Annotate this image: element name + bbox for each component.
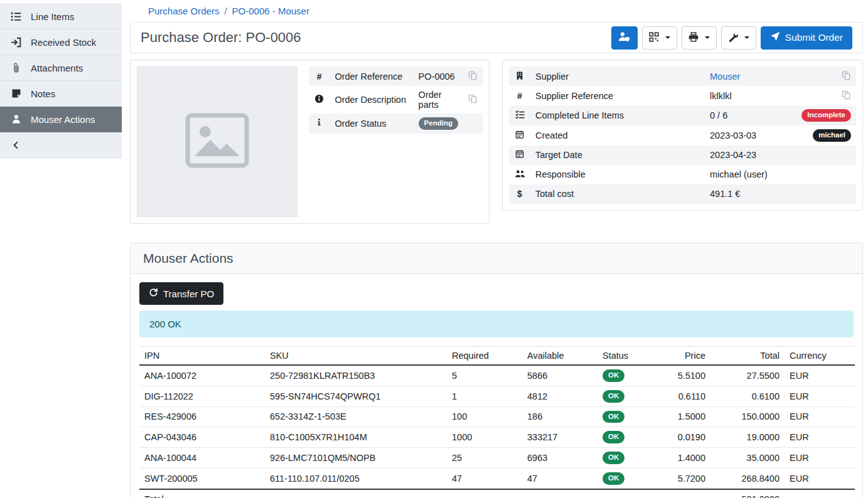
admin-button[interactable] xyxy=(611,26,638,50)
detail-row-responsible: Responsible michael (user) xyxy=(509,165,856,184)
receive-stock-icon xyxy=(10,37,22,48)
submit-order-label: Submit Order xyxy=(785,32,843,43)
order-image-placeholder[interactable] xyxy=(137,66,297,217)
cell-total: 0.6100 xyxy=(710,386,785,406)
line-item-row: ANA-100072 250-72981KLRATR150B3 5 5866 O… xyxy=(139,365,855,386)
detail-label: Responsible xyxy=(530,165,705,184)
info-circle-icon xyxy=(314,95,324,105)
image-placeholder-icon xyxy=(185,112,250,172)
total-value: 501.0000 xyxy=(710,489,785,498)
supplier-reference-value: lklklkl xyxy=(705,86,796,105)
sidebar-collapse-button[interactable] xyxy=(0,132,122,158)
barcode-actions-button[interactable] xyxy=(642,26,677,50)
order-actions-button[interactable] xyxy=(721,26,756,50)
sidebar-item-label: Received Stock xyxy=(31,37,96,48)
copy-icon[interactable] xyxy=(842,90,851,100)
hash-icon: # xyxy=(317,72,322,82)
detail-label: Supplier Reference xyxy=(530,86,705,105)
cell-required: 1 xyxy=(447,386,522,406)
cell-ipn: ANA-100044 xyxy=(139,448,265,469)
detail-row-total-cost: $ Total cost 491.1 € xyxy=(509,184,856,204)
transfer-po-button[interactable]: Transfer PO xyxy=(139,282,223,305)
col-header-available: Available xyxy=(522,347,597,366)
line-items-table: IPN SKU Required Available Status Price … xyxy=(139,346,855,498)
header-actions: Submit Order xyxy=(611,26,852,50)
cell-currency: EUR xyxy=(785,386,855,406)
status-ok-badge: OK xyxy=(603,452,624,464)
detail-row-target-date: Target Date 2023-04-23 xyxy=(509,146,856,165)
col-header-ipn: IPN xyxy=(139,347,265,366)
print-actions-button[interactable] xyxy=(682,26,717,50)
detail-label: Target Date xyxy=(530,146,705,165)
cell-sku: 595-SN74HCS74QPWRQ1 xyxy=(265,386,447,406)
detail-label: Supplier xyxy=(530,66,705,86)
copy-icon[interactable] xyxy=(842,71,851,80)
detail-label: Total cost xyxy=(530,184,705,204)
detail-row-order-reference: # Order Reference PO-0006 xyxy=(309,66,483,86)
detail-label: Order Description xyxy=(330,86,413,114)
breadcrumb-link-purchase-orders[interactable]: Purchase Orders xyxy=(148,6,219,16)
cell-available: 5866 xyxy=(522,365,597,386)
detail-row-completed-line-items: Completed Line Items 0 / 6 Incomplete xyxy=(509,105,856,125)
copy-icon[interactable] xyxy=(468,71,478,80)
col-header-currency: Currency xyxy=(785,347,855,366)
sidebar-item-notes[interactable]: Notes xyxy=(0,81,122,107)
table-total-row: Total 501.0000 xyxy=(139,489,855,498)
mouser-actions-panel: Mouser Actions Transfer PO 200 OK xyxy=(130,243,863,498)
refresh-icon xyxy=(149,288,158,299)
sidebar-item-label: Notes xyxy=(31,88,55,99)
cell-required: 25 xyxy=(447,448,522,469)
cell-total: 35.0000 xyxy=(710,448,785,469)
detail-row-order-description: Order Description Order parts xyxy=(309,86,483,114)
detail-row-supplier: Supplier Mouser xyxy=(509,66,856,86)
status-ok-badge: OK xyxy=(603,369,624,382)
calendar-icon xyxy=(515,151,524,161)
cell-sku: 810-C1005X7R1H104M xyxy=(265,427,447,448)
page-title: Purchase Order: PO-0006 xyxy=(141,29,301,46)
total-label: Total xyxy=(139,489,265,498)
detail-label: Order Reference xyxy=(330,66,413,86)
order-status-badge: Pending xyxy=(419,117,458,130)
cell-available: 4812 xyxy=(522,386,597,406)
table-header-row: IPN SKU Required Available Status Price … xyxy=(139,347,855,366)
order-details-table: # Order Reference PO-0006 Order Descript… xyxy=(309,66,483,134)
sidebar-item-attachments[interactable]: Attachments xyxy=(0,55,122,81)
chevron-down-icon xyxy=(744,36,749,39)
cell-required: 100 xyxy=(447,406,522,427)
cell-total: 268.8400 xyxy=(710,468,785,489)
dollar-icon: $ xyxy=(517,189,522,199)
detail-row-order-status: Order Status Pending xyxy=(309,114,483,134)
breadcrumb: Purchase Orders / PO-0006 - Mouser xyxy=(130,0,863,22)
col-header-required: Required xyxy=(447,347,522,366)
order-details-card: # Order Reference PO-0006 Order Descript… xyxy=(130,60,490,224)
cell-sku: 926-LMC7101QM5/NOPB xyxy=(265,448,447,469)
panel-header: Mouser Actions xyxy=(131,243,862,274)
created-by-badge: michael xyxy=(813,129,851,142)
breadcrumb-link-current-order[interactable]: PO-0006 - Mouser xyxy=(232,6,309,16)
info-icon xyxy=(315,119,323,129)
cell-required: 1000 xyxy=(447,427,522,448)
sidebar-item-line-items[interactable]: Line Items xyxy=(0,4,122,29)
cell-price: 1.5000 xyxy=(651,406,710,427)
cell-ipn: SWT-200005 xyxy=(139,468,265,489)
cell-currency: EUR xyxy=(785,406,855,427)
cell-ipn: CAP-043046 xyxy=(139,427,265,448)
cell-available: 47 xyxy=(522,468,597,489)
detail-row-created: Created 2023-03-03 michael xyxy=(509,125,856,146)
transfer-po-label: Transfer PO xyxy=(163,289,214,299)
main-content: Purchase Orders / PO-0006 - Mouser Purch… xyxy=(122,0,868,498)
cell-ipn: RES-429006 xyxy=(139,406,265,427)
cell-ipn: ANA-100072 xyxy=(139,365,265,386)
col-header-status: Status xyxy=(597,347,651,366)
sidebar-item-label: Mouser Actions xyxy=(31,114,95,125)
sidebar-item-received-stock[interactable]: Received Stock xyxy=(0,29,122,55)
sidebar-item-mouser-actions[interactable]: Mouser Actions xyxy=(0,107,122,132)
supplier-details-table: Supplier Mouser # Supplier Reference lkl… xyxy=(509,66,856,204)
submit-order-button[interactable]: Submit Order xyxy=(761,26,852,50)
supplier-link[interactable]: Mouser xyxy=(710,72,740,82)
printer-icon xyxy=(689,32,699,44)
line-item-row: RES-429006 652-3314Z-1-503E 100 186 OK 1… xyxy=(139,406,855,427)
copy-icon[interactable] xyxy=(468,94,478,103)
calendar-icon xyxy=(515,131,524,141)
status-alert: 200 OK xyxy=(139,310,854,337)
